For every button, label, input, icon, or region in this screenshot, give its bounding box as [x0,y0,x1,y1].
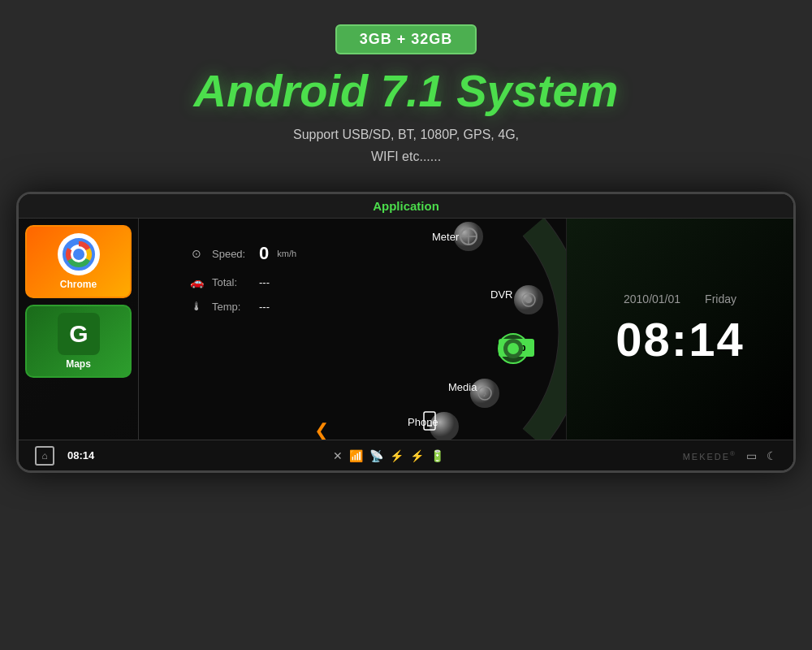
chrome-label: Chrome [60,279,97,290]
support-line1: Support USB/SD, BT, 1080P, GPS, 4G, [293,128,519,141]
storage-badge: 3GB + 32GB [335,24,477,54]
speed-label: Speed: [212,248,253,260]
bottom-right: MEKEDE® ▭ ☾ [683,449,777,462]
maps-app-icon[interactable]: G Maps [25,305,132,378]
stats-panel: ⊙ Speed: 0 km/h 🚗 Total: --- 🌡 Temp: --- [188,243,296,324]
support-line2: WIFI etc...... [371,150,441,163]
lightning-icon: ⚡ [410,449,424,462]
svg-text:♪: ♪ [483,389,487,398]
maps-label: Maps [66,358,91,370]
chrome-app-icon[interactable]: Chrome [25,225,132,298]
svg-text:Phone: Phone [408,416,438,428]
home-button[interactable]: ⌂ [35,446,54,466]
speed-unit: km/h [277,249,296,258]
svg-text:DVR: DVR [490,288,512,301]
temp-row: 🌡 Temp: --- [188,300,296,313]
wifi-icon: 📡 [369,449,383,462]
bluetooth-icon: ⚡ [390,449,404,462]
application-header: Application [19,194,793,219]
app-sidebar: Chrome G Maps [19,219,139,440]
maps-svg: G [58,313,100,355]
support-text: Support USB/SD, BT, 1080P, GPS, 4G, WIFI… [293,124,519,167]
svg-text:Meter: Meter [432,231,460,243]
bottom-center: ✕ 📶 📡 ⚡ ⚡ 🔋 [333,449,444,462]
svg-point-3 [73,249,84,260]
total-label: Total: [212,276,253,288]
moon-icon: ☾ [767,449,777,462]
clock-panel: 2010/01/01 Friday 08:14 [566,219,793,440]
android-title: Android 7.1 System [194,64,619,117]
date-row: 2010/01/01 Friday [624,292,736,306]
car-icon: 🚗 [188,275,205,288]
date-display: 2010/01/01 [624,292,680,306]
bottom-bar: ⌂ 08:14 ✕ 📶 📡 ⚡ ⚡ 🔋 MEKEDE® ▭ ☾ [19,440,793,470]
screen-icon: ▭ [746,449,757,462]
day-display: Friday [705,292,736,306]
svg-text:❮: ❮ [314,420,329,440]
svg-text:G: G [69,320,88,347]
total-value: --- [259,276,270,288]
temp-value: --- [259,301,270,313]
arc-track: Meter DVR App Media Phone [306,219,566,440]
mekede-text: MEKEDE [683,452,730,462]
svg-point-41 [508,343,519,354]
main-content: Chrome G Maps [19,219,793,440]
speed-row: ⊙ Speed: 0 km/h [188,243,296,264]
center-panel: ⊙ Speed: 0 km/h 🚗 Total: --- 🌡 Temp: --- [139,219,566,440]
clock-display: 08:14 [615,312,744,366]
bottom-time: 08:14 [67,449,94,462]
total-row: 🚗 Total: --- [188,275,296,288]
signal-icon: 📶 [349,449,363,462]
android-screen: Application [19,194,793,470]
svg-point-37 [525,297,532,303]
mekede-brand: MEKEDE® [683,450,736,462]
top-section: 3GB + 32GB Android 7.1 System Support US… [0,0,812,184]
svg-text:Media: Media [448,381,477,393]
thermometer-icon: 🌡 [188,300,205,313]
chrome-svg [58,233,100,275]
speedometer-icon: ⊙ [188,247,205,260]
battery-icon: 🔋 [430,449,444,462]
bottom-left: ⌂ 08:14 [35,446,94,466]
x-icon: ✕ [333,449,343,462]
android-screen-wrapper: Application [16,192,796,473]
temp-label: Temp: [212,301,253,313]
speed-value: 0 [259,243,269,264]
